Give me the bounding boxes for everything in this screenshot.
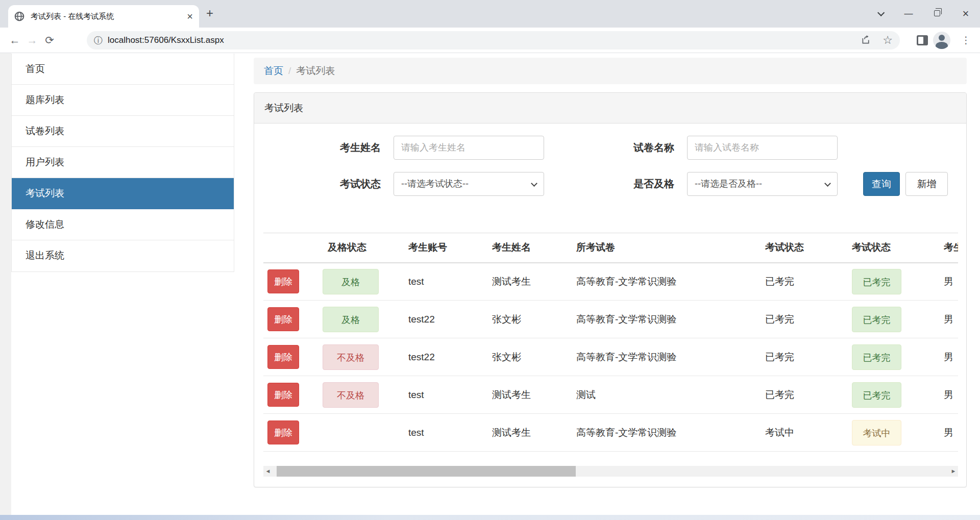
table-header-row: 及格状态 考生账号 考生姓名 所考试卷 考试状态 考试状态 考生性别 bbox=[263, 233, 958, 263]
breadcrumb-separator: / bbox=[288, 65, 291, 77]
cell-status: 已考完 bbox=[761, 301, 848, 338]
table-row: 删除 不及格 test22 张文彬 高等教育-文学常识测验 已考完 已考完 男 bbox=[263, 338, 958, 376]
restore-button[interactable] bbox=[923, 9, 951, 19]
panel-body: 考生姓名 试卷名称 考试状态 --请选考试状态-- 是否及格 --请选是否及格-… bbox=[254, 136, 966, 487]
header-gender: 考生性别 bbox=[940, 233, 958, 263]
kebab-menu-icon[interactable]: ⋮ bbox=[961, 34, 971, 46]
cell-account: test22 bbox=[404, 338, 488, 376]
exam-status-badge: 已考完 bbox=[852, 269, 901, 294]
cell-name: 测试考生 bbox=[488, 376, 572, 414]
globe-favicon-icon bbox=[14, 11, 24, 21]
header-status-text: 考试状态 bbox=[761, 233, 848, 263]
pass-status-selected-value: --请选是否及格-- bbox=[695, 179, 762, 189]
breadcrumb: 首页 / 考试列表 bbox=[254, 58, 967, 84]
cell-paper: 高等教育-文学常识测验 bbox=[572, 338, 761, 376]
chevron-down-icon bbox=[531, 180, 537, 187]
sidebar-item-logout[interactable]: 退出系统 bbox=[12, 240, 234, 271]
delete-button[interactable]: 删除 bbox=[267, 345, 299, 369]
url-text[interactable]: localhost:57606/KsxxList.aspx bbox=[108, 35, 849, 45]
new-tab-button[interactable]: + bbox=[206, 6, 213, 20]
pass-status-select[interactable]: --请选是否及格-- bbox=[687, 172, 838, 196]
pass-status-badge: 不及格 bbox=[323, 382, 379, 408]
horizontal-scrollbar[interactable]: ◄ ► bbox=[263, 466, 958, 477]
cell-name: 张文彬 bbox=[488, 301, 572, 338]
header-account: 考生账号 bbox=[404, 233, 488, 263]
breadcrumb-home-link[interactable]: 首页 bbox=[264, 64, 283, 78]
tab-title: 考试列表 - 在线考试系统 bbox=[31, 12, 183, 21]
breadcrumb-current: 考试列表 bbox=[296, 64, 335, 78]
sidebar-item-edit-info[interactable]: 修改信息 bbox=[12, 209, 234, 240]
cell-paper: 高等教育-文学常识测验 bbox=[572, 263, 761, 301]
sidebar-item-exam-list[interactable]: 考试列表 bbox=[12, 178, 234, 209]
cell-status: 已考完 bbox=[761, 263, 848, 301]
cell-account: test22 bbox=[404, 301, 488, 338]
filter-row-2: 考试状态 --请选考试状态-- 是否及格 --请选是否及格-- 查询 新增 bbox=[263, 172, 957, 196]
address-bar[interactable]: ⓘ localhost:57606/KsxxList.aspx ☆ bbox=[87, 31, 900, 49]
delete-button[interactable]: 删除 bbox=[267, 383, 299, 407]
table-row: 删除 test 测试考生 高等教育-文学常识测验 考试中 考试中 男 bbox=[263, 414, 958, 452]
sidebar-item-question-bank-list[interactable]: 题库列表 bbox=[12, 85, 234, 116]
delete-button[interactable]: 删除 bbox=[267, 420, 299, 444]
pass-status-label: 是否及格 bbox=[544, 177, 674, 191]
tab-close-icon[interactable]: × bbox=[187, 11, 193, 21]
delete-button[interactable]: 删除 bbox=[267, 269, 299, 293]
header-status-badge: 考试状态 bbox=[848, 233, 940, 263]
header-paper: 所考试卷 bbox=[572, 233, 761, 263]
header-name: 考生姓名 bbox=[488, 233, 572, 263]
sidebar-item-paper-list[interactable]: 试卷列表 bbox=[12, 116, 234, 147]
cell-account: test bbox=[404, 376, 488, 414]
cell-status: 考试中 bbox=[761, 414, 848, 452]
reload-icon[interactable]: ⟳ bbox=[41, 34, 58, 46]
cell-account: test bbox=[404, 263, 488, 301]
cell-name: 测试考生 bbox=[488, 414, 572, 452]
cell-account: test bbox=[404, 414, 488, 452]
side-panel-icon[interactable] bbox=[917, 35, 928, 45]
sidebar-item-home[interactable]: 首页 bbox=[12, 54, 234, 85]
candidate-name-label: 考生姓名 bbox=[263, 141, 381, 155]
exam-status-label: 考试状态 bbox=[263, 177, 381, 191]
table-row: 删除 及格 test 测试考生 高等教育-文学常识测验 已考完 已考完 男 bbox=[263, 263, 958, 301]
cell-status: 已考完 bbox=[761, 376, 848, 414]
tab-search-chevron-icon[interactable] bbox=[866, 9, 894, 19]
cell-gender: 男 bbox=[940, 338, 958, 376]
taskbar-edge bbox=[0, 515, 980, 520]
cell-gender: 男 bbox=[940, 301, 958, 338]
scrollbar-thumb[interactable] bbox=[277, 466, 576, 477]
pass-status-badge bbox=[323, 418, 379, 444]
bookmark-star-icon[interactable]: ☆ bbox=[883, 34, 893, 47]
browser-chrome: 考试列表 - 在线考试系统 × + — × ← → ⟳ ⓘ localhost:… bbox=[0, 0, 980, 53]
exam-status-badge: 考试中 bbox=[852, 420, 901, 445]
browser-tab[interactable]: 考试列表 - 在线考试系统 × bbox=[8, 5, 199, 28]
profile-avatar[interactable] bbox=[933, 32, 950, 49]
cell-name: 张文彬 bbox=[488, 338, 572, 376]
page-content: 首页 题库列表 试卷列表 用户列表 考试列表 修改信息 退出系统 首页 / 考试… bbox=[0, 53, 980, 515]
site-info-icon[interactable]: ⓘ bbox=[94, 35, 103, 46]
search-button[interactable]: 查询 bbox=[863, 172, 900, 196]
exam-status-badge: 已考完 bbox=[852, 344, 901, 370]
table-row: 删除 及格 test22 张文彬 高等教育-文学常识测验 已考完 已考完 男 bbox=[263, 301, 958, 338]
add-button[interactable]: 新增 bbox=[905, 172, 948, 196]
scroll-left-icon[interactable]: ◄ bbox=[263, 466, 273, 477]
delete-button[interactable]: 删除 bbox=[267, 307, 299, 331]
scroll-right-icon[interactable]: ► bbox=[949, 466, 958, 477]
tab-strip: 考试列表 - 在线考试系统 × + — × bbox=[0, 0, 980, 28]
table-row: 删除 不及格 test 测试考生 测试 已考完 已考完 男 bbox=[263, 376, 958, 414]
exam-status-badge: 已考完 bbox=[852, 382, 901, 408]
cell-name: 测试考生 bbox=[488, 263, 572, 301]
cell-paper: 测试 bbox=[572, 376, 761, 414]
window-controls: — × bbox=[866, 0, 980, 28]
header-pass-status: 及格状态 bbox=[316, 233, 404, 263]
close-window-button[interactable]: × bbox=[951, 7, 980, 20]
forward-icon[interactable]: → bbox=[23, 34, 41, 46]
share-icon[interactable] bbox=[861, 34, 871, 47]
left-gutter bbox=[0, 53, 11, 515]
exam-status-select[interactable]: --请选考试状态-- bbox=[394, 172, 544, 196]
back-icon[interactable]: ← bbox=[6, 34, 23, 46]
minimize-button[interactable]: — bbox=[894, 9, 923, 19]
exam-status-selected-value: --请选考试状态-- bbox=[401, 179, 469, 189]
candidate-name-input[interactable] bbox=[394, 136, 544, 160]
cell-gender: 男 bbox=[940, 263, 958, 301]
paper-name-input[interactable] bbox=[687, 136, 838, 160]
sidebar-item-user-list[interactable]: 用户列表 bbox=[12, 147, 234, 178]
filter-row-1: 考生姓名 试卷名称 bbox=[263, 136, 957, 160]
